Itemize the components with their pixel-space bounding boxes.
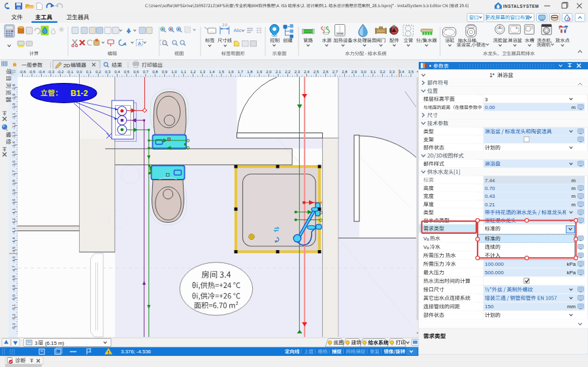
- svg-text:Abc: Abc: [234, 28, 242, 33]
- svg-text:!: !: [108, 349, 110, 355]
- svg-text:2.1: 2.1: [276, 70, 282, 74]
- svg-text:-0.5: -0.5: [29, 70, 36, 74]
- svg-text:-0.2: -0.2: [57, 70, 64, 74]
- svg-text:m: m: [572, 185, 576, 191]
- svg-text:A: A: [138, 40, 141, 46]
- svg-text:0.21: 0.21: [485, 202, 495, 208]
- svg-text:0.7: 0.7: [143, 70, 149, 74]
- svg-text:1.9: 1.9: [257, 70, 263, 74]
- svg-text:1.1: 1.1: [181, 70, 187, 74]
- svg-text:3.3: 3.3: [389, 70, 395, 74]
- svg-text:2.4: 2.4: [304, 70, 310, 74]
- svg-text:3: 3: [485, 97, 488, 103]
- svg-text:R: R: [427, 238, 429, 242]
- svg-text:-0.3: -0.3: [48, 70, 55, 74]
- svg-text:1.6: 1.6: [228, 70, 234, 74]
- svg-text:0.8: 0.8: [152, 70, 158, 74]
- svg-text:3.2: 3.2: [380, 70, 385, 74]
- svg-text:B1-2: B1-2: [71, 89, 88, 98]
- svg-text:...: ...: [210, 29, 214, 33]
- svg-text:1.2: 1.2: [190, 70, 196, 74]
- svg-text:(6.15 m): (6.15 m): [45, 340, 64, 346]
- svg-text:0.5: 0.5: [124, 70, 130, 74]
- svg-text:0.2: 0.2: [95, 70, 101, 74]
- svg-text:3: 3: [35, 340, 37, 346]
- svg-text:1.4: 1.4: [209, 70, 215, 74]
- svg-text:150: 150: [485, 304, 494, 310]
- svg-text:2D: 2D: [63, 63, 70, 69]
- svg-text:3.5: 3.5: [408, 70, 414, 74]
- svg-text:0.3: 0.3: [105, 70, 111, 74]
- svg-text:0.4: 0.4: [114, 70, 120, 74]
- svg-text:100.000: 100.000: [485, 261, 504, 267]
- svg-text:m: m: [572, 202, 576, 208]
- svg-text:2.6: 2.6: [323, 70, 329, 74]
- svg-text:2.9: 2.9: [351, 70, 357, 74]
- svg-text:INSTALSYSTEM: INSTALSYSTEM: [503, 4, 539, 8]
- svg-text:1*: 1*: [489, 72, 495, 78]
- svg-text:kPa: kPa: [567, 270, 576, 276]
- svg-text:0.1: 0.1: [86, 70, 92, 74]
- svg-text:0.9: 0.9: [162, 70, 168, 74]
- svg-text:R: R: [427, 246, 429, 250]
- svg-text:2.5: 2.5: [314, 70, 319, 74]
- svg-text:2.8: 2.8: [342, 70, 348, 74]
- svg-text:3.0: 3.0: [361, 70, 367, 74]
- svg-text:m: m: [572, 193, 576, 199]
- svg-text:0.43: 0.43: [485, 193, 495, 199]
- svg-text:0.00: 0.00: [485, 104, 495, 110]
- svg-text:-0.1: -0.1: [67, 70, 74, 74]
- svg-text:1.7: 1.7: [238, 70, 244, 74]
- svg-text:1.3: 1.3: [200, 70, 206, 74]
- svg-text:m: m: [572, 178, 576, 184]
- svg-text:2.0: 2.0: [222, 23, 227, 27]
- svg-text:1.8: 1.8: [247, 70, 253, 74]
- svg-text:3.376; -4.536: 3.376; -4.536: [121, 349, 151, 355]
- svg-text:2.2: 2.2: [285, 70, 291, 74]
- svg-text:2.7: 2.7: [333, 70, 338, 74]
- svg-text:1.5: 1.5: [219, 70, 225, 74]
- svg-text:0.6: 0.6: [133, 70, 139, 74]
- svg-text:2.3: 2.3: [295, 70, 301, 74]
- svg-text:kPa: kPa: [567, 261, 576, 267]
- svg-text:500.000: 500.000: [485, 270, 504, 276]
- svg-text:mm: mm: [567, 304, 576, 310]
- svg-text:-0.6: -0.6: [19, 70, 26, 74]
- svg-text:1.0: 1.0: [171, 70, 177, 74]
- svg-text:0.70: 0.70: [485, 185, 495, 191]
- svg-text:m: m: [572, 104, 576, 110]
- svg-text:-0.4: -0.4: [38, 70, 45, 74]
- svg-text:3.1: 3.1: [370, 70, 376, 74]
- svg-text:7.44: 7.44: [485, 178, 495, 184]
- svg-text:2.0: 2.0: [266, 70, 272, 74]
- svg-text:0.0: 0.0: [76, 70, 82, 74]
